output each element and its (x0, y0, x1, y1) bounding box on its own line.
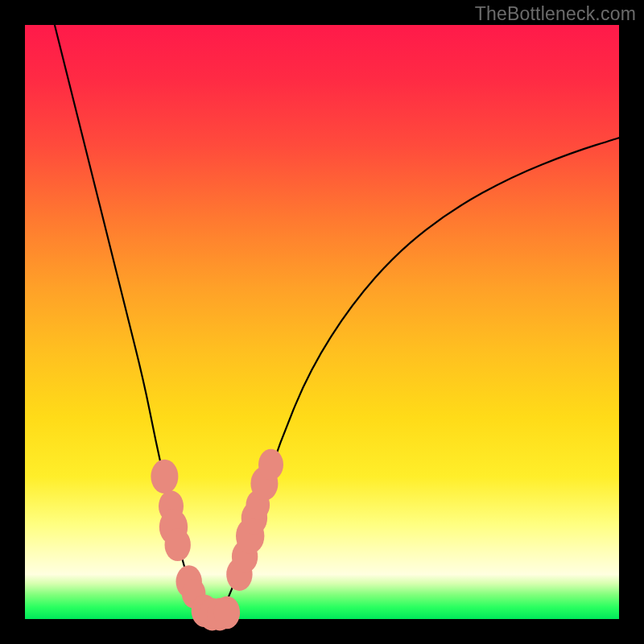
marker-dot (165, 529, 191, 562)
plot-area (25, 25, 619, 619)
chart-svg (25, 25, 619, 619)
watermark-text: TheBottleneck.com (475, 3, 636, 25)
chart-frame: TheBottleneck.com (0, 0, 644, 644)
marker-dot (258, 449, 283, 481)
marker-dot (214, 597, 240, 630)
highlighted-points (151, 449, 283, 631)
bottleneck-curve (55, 25, 619, 615)
marker-dot (151, 460, 178, 493)
